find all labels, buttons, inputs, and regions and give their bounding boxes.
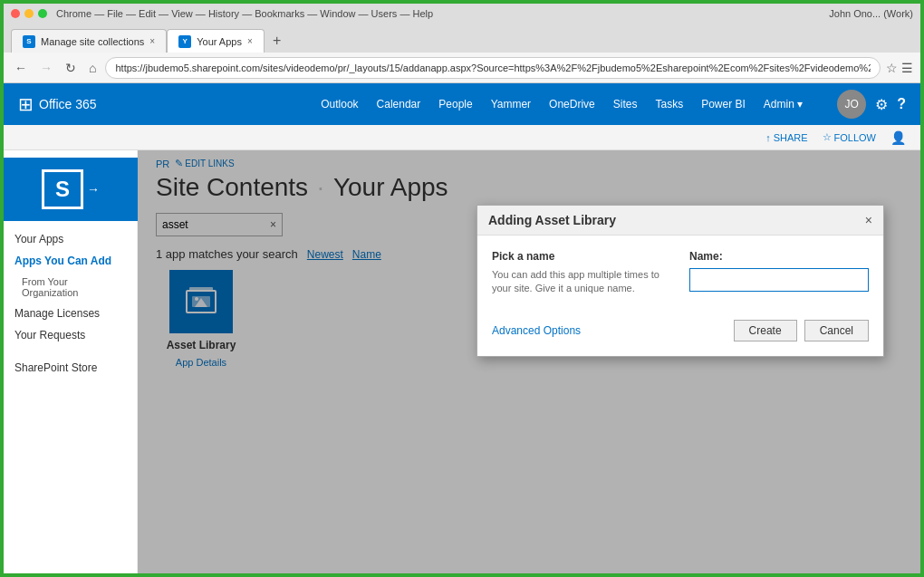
share-icon: ↑	[765, 132, 771, 143]
minimize-window-button[interactable]	[24, 9, 34, 18]
tab-label-apps: Your Apps	[197, 36, 242, 47]
nav-admin[interactable]: Admin ▾	[762, 94, 804, 114]
back-button[interactable]: ←	[11, 57, 31, 79]
settings-icon[interactable]: ⚙	[875, 96, 888, 113]
star-icon[interactable]: ☆	[886, 61, 898, 75]
sidebar-logo[interactable]: S →	[4, 158, 138, 221]
modal-columns: Pick a name You can add this app multipl…	[492, 250, 869, 296]
modal-overlay: Adding Asset Library × Pick a name You c…	[138, 150, 920, 573]
sidebar-item-sharepoint-store[interactable]: SharePoint Store	[4, 357, 137, 379]
sidebar-item-your-requests[interactable]: Your Requests	[4, 324, 137, 346]
browser-tabs-bar: S Manage site collections × Y Your Apps …	[4, 24, 920, 53]
tab-close-manage[interactable]: ×	[149, 36, 155, 46]
nav-sites[interactable]: Sites	[611, 94, 640, 114]
content-area: PR ✎ EDIT LINKS Site Contents · Your App…	[138, 150, 920, 573]
nav-calendar[interactable]: Calendar	[375, 94, 423, 114]
modal-close-button[interactable]: ×	[865, 213, 872, 227]
sidebar-item-from-your-org[interactable]: From Your Organization	[4, 272, 137, 303]
nav-people[interactable]: People	[437, 94, 474, 114]
avatar[interactable]: JO	[837, 90, 866, 119]
o365-logo[interactable]: ⊞ Office 365	[18, 93, 97, 115]
menu-icon[interactable]: ☰	[901, 61, 913, 75]
browser-toolbar: ← → ↻ ⌂ ☆ ☰	[4, 53, 920, 83]
name-input-field[interactable]	[689, 268, 869, 292]
sidebar-item-apps-you-can-add[interactable]: Apps You Can Add	[4, 250, 137, 272]
subnav-bar: ↑ SHARE ☆ FOLLOW 👤	[4, 125, 920, 150]
create-button[interactable]: Create	[734, 320, 797, 341]
sharepoint-logo-s: S	[42, 169, 83, 209]
follow-label: FOLLOW	[834, 132, 876, 143]
nav-onedrive[interactable]: OneDrive	[547, 94, 597, 114]
share-label: SHARE	[774, 132, 808, 143]
tab-manage-site[interactable]: S Manage site collections ×	[11, 29, 167, 53]
o365-actions: JO ⚙ ?	[837, 90, 906, 119]
sidebar-divider	[4, 346, 137, 357]
address-bar[interactable]	[105, 57, 881, 79]
share-button[interactable]: ↑ SHARE	[765, 130, 807, 145]
nav-tasks[interactable]: Tasks	[653, 94, 685, 114]
modal-adding-asset-library: Adding Asset Library × Pick a name You c…	[476, 205, 884, 357]
modal-body: Pick a name You can add this app multipl…	[477, 236, 883, 311]
modal-right-col: Name:	[689, 250, 869, 296]
tab-favicon-manage: S	[23, 35, 35, 48]
nav-yammer[interactable]: Yammer	[489, 94, 533, 114]
nav-outlook[interactable]: Outlook	[319, 94, 360, 114]
tab-close-apps[interactable]: ×	[247, 36, 253, 46]
modal-left-col: Pick a name You can add this app multipl…	[492, 250, 671, 296]
o365-logo-icon: ⊞	[18, 93, 34, 115]
forward-button[interactable]: →	[36, 57, 56, 79]
person-icon[interactable]: 👤	[890, 130, 906, 145]
cancel-button[interactable]: Cancel	[804, 320, 869, 341]
subnav-right: ↑ SHARE ☆ FOLLOW 👤	[765, 130, 906, 145]
modal-title: Adding Asset Library	[488, 213, 616, 227]
user-label: John Ono... (Work)	[829, 8, 913, 19]
maximize-window-button[interactable]	[38, 9, 47, 18]
pick-name-desc: You can add this app multiple times to y…	[492, 268, 671, 296]
tab-favicon-apps: Y	[178, 35, 191, 48]
browser-toolbar-icons: ☆ ☰	[886, 61, 913, 75]
modal-footer: Advanced Options Create Cancel	[477, 311, 883, 356]
tab-label-manage: Manage site collections	[41, 36, 144, 47]
sidebar: S → Your Apps Apps You Can Add From Your…	[4, 150, 138, 573]
modal-buttons: Create Cancel	[734, 320, 869, 341]
tab-your-apps[interactable]: Y Your Apps ×	[167, 29, 265, 53]
sharepoint-logo-arrow: →	[87, 182, 100, 197]
o365-logo-text: Office 365	[39, 97, 97, 111]
browser-titlebar: Chrome — File — Edit — View — History — …	[4, 4, 920, 24]
close-window-button[interactable]	[11, 9, 20, 18]
follow-button[interactable]: ☆ FOLLOW	[823, 130, 876, 145]
advanced-options-link[interactable]: Advanced Options	[492, 324, 581, 337]
home-button[interactable]: ⌂	[85, 57, 100, 79]
main-layout: S → Your Apps Apps You Can Add From Your…	[4, 150, 920, 573]
nav-powerbi[interactable]: Power BI	[699, 94, 747, 114]
o365-header: ⊞ Office 365 Outlook Calendar People Yam…	[4, 83, 920, 125]
help-icon[interactable]: ?	[897, 96, 906, 112]
modal-titlebar: Adding Asset Library ×	[477, 206, 883, 236]
o365-nav: Outlook Calendar People Yammer OneDrive …	[319, 94, 804, 114]
refresh-button[interactable]: ↻	[62, 57, 80, 79]
pick-name-label: Pick a name	[492, 250, 671, 263]
star-follow-icon: ☆	[823, 131, 832, 143]
sidebar-item-your-apps[interactable]: Your Apps	[4, 228, 137, 250]
traffic-lights	[11, 9, 47, 18]
name-field-label: Name:	[689, 250, 869, 263]
sidebar-item-manage-licenses[interactable]: Manage Licenses	[4, 303, 137, 324]
app-name-label: Chrome — File — Edit — View — History — …	[56, 8, 433, 19]
new-tab-button[interactable]: +	[265, 29, 290, 53]
